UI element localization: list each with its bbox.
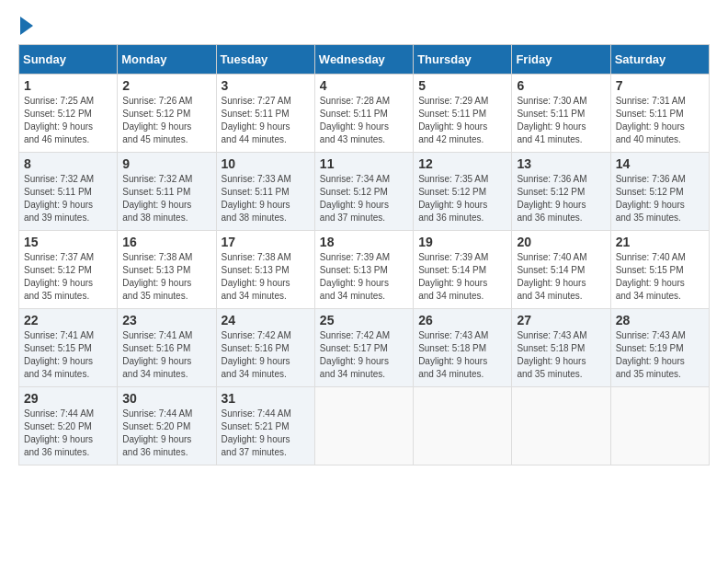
calendar-cell: 24Sunrise: 7:42 AM Sunset: 5:16 PM Dayli… [216,309,314,387]
day-info: Sunrise: 7:42 AM Sunset: 5:17 PM Dayligh… [320,329,408,381]
day-number: 3 [222,78,310,93]
calendar-week-row: 29Sunrise: 7:44 AM Sunset: 5:20 PM Dayli… [19,387,710,465]
calendar-cell: 31Sunrise: 7:44 AM Sunset: 5:21 PM Dayli… [216,387,314,465]
calendar-cell [414,387,512,465]
day-info: Sunrise: 7:43 AM Sunset: 5:19 PM Dayligh… [616,329,704,381]
day-number: 14 [616,156,704,171]
calendar-cell: 9Sunrise: 7:32 AM Sunset: 5:11 PM Daylig… [118,153,216,231]
day-number: 15 [24,235,112,249]
calendar-cell: 15Sunrise: 7:37 AM Sunset: 5:12 PM Dayli… [19,231,118,309]
day-info: Sunrise: 7:44 AM Sunset: 5:21 PM Dayligh… [222,408,310,459]
day-info: Sunrise: 7:29 AM Sunset: 5:11 PM Dayligh… [418,95,506,146]
day-header-sunday: Sunday [19,45,118,75]
day-number: 23 [122,313,210,327]
day-number: 26 [418,313,506,327]
day-info: Sunrise: 7:39 AM Sunset: 5:13 PM Dayligh… [320,251,408,303]
day-number: 17 [222,235,310,249]
calendar-cell: 28Sunrise: 7:43 AM Sunset: 5:19 PM Dayli… [610,309,709,387]
calendar-cell: 20Sunrise: 7:40 AM Sunset: 5:14 PM Dayli… [512,231,610,309]
day-info: Sunrise: 7:36 AM Sunset: 5:12 PM Dayligh… [616,173,704,224]
day-number: 1 [24,78,112,93]
calendar-cell: 10Sunrise: 7:33 AM Sunset: 5:11 PM Dayli… [216,153,314,231]
day-info: Sunrise: 7:44 AM Sunset: 5:20 PM Dayligh… [122,408,210,459]
calendar-cell: 26Sunrise: 7:43 AM Sunset: 5:18 PM Dayli… [414,309,512,387]
day-number: 13 [517,156,605,171]
day-info: Sunrise: 7:42 AM Sunset: 5:16 PM Dayligh… [222,329,310,381]
calendar-cell: 23Sunrise: 7:41 AM Sunset: 5:16 PM Dayli… [118,309,216,387]
day-number: 24 [222,313,310,327]
calendar-cell: 11Sunrise: 7:34 AM Sunset: 5:12 PM Dayli… [314,153,413,231]
day-number: 12 [418,156,506,171]
calendar-cell: 13Sunrise: 7:36 AM Sunset: 5:12 PM Dayli… [512,153,610,231]
day-info: Sunrise: 7:41 AM Sunset: 5:16 PM Dayligh… [122,329,210,381]
calendar-cell: 5Sunrise: 7:29 AM Sunset: 5:11 PM Daylig… [414,75,512,153]
calendar-cell: 3Sunrise: 7:27 AM Sunset: 5:11 PM Daylig… [216,75,314,153]
calendar-week-row: 1Sunrise: 7:25 AM Sunset: 5:12 PM Daylig… [19,75,710,153]
day-info: Sunrise: 7:34 AM Sunset: 5:12 PM Dayligh… [320,173,408,224]
day-info: Sunrise: 7:37 AM Sunset: 5:12 PM Dayligh… [24,251,112,303]
calendar-cell: 8Sunrise: 7:32 AM Sunset: 5:11 PM Daylig… [19,153,118,231]
day-info: Sunrise: 7:31 AM Sunset: 5:11 PM Dayligh… [616,95,704,146]
day-info: Sunrise: 7:32 AM Sunset: 5:11 PM Dayligh… [122,173,210,224]
day-info: Sunrise: 7:38 AM Sunset: 5:13 PM Dayligh… [122,251,210,303]
calendar-cell: 12Sunrise: 7:35 AM Sunset: 5:12 PM Dayli… [414,153,512,231]
day-info: Sunrise: 7:28 AM Sunset: 5:11 PM Dayligh… [320,95,408,146]
calendar-cell: 19Sunrise: 7:39 AM Sunset: 5:14 PM Dayli… [414,231,512,309]
day-number: 25 [320,313,408,327]
calendar-cell [512,387,610,465]
day-number: 16 [122,235,210,249]
day-number: 5 [418,78,506,93]
day-header-monday: Monday [118,45,216,75]
calendar-cell [314,387,413,465]
calendar-table: SundayMondayTuesdayWednesdayThursdayFrid… [18,44,710,465]
calendar-cell: 30Sunrise: 7:44 AM Sunset: 5:20 PM Dayli… [118,387,216,465]
logo [18,18,33,35]
day-number: 11 [320,156,408,171]
calendar-week-row: 15Sunrise: 7:37 AM Sunset: 5:12 PM Dayli… [19,231,710,309]
day-info: Sunrise: 7:39 AM Sunset: 5:14 PM Dayligh… [418,251,506,303]
day-number: 18 [320,235,408,249]
day-number: 30 [122,391,210,406]
calendar-cell: 4Sunrise: 7:28 AM Sunset: 5:11 PM Daylig… [314,75,413,153]
day-number: 22 [24,313,112,327]
day-info: Sunrise: 7:40 AM Sunset: 5:15 PM Dayligh… [616,251,704,303]
day-info: Sunrise: 7:33 AM Sunset: 5:11 PM Dayligh… [222,173,310,224]
calendar-cell: 7Sunrise: 7:31 AM Sunset: 5:11 PM Daylig… [610,75,709,153]
day-number: 6 [517,78,605,93]
day-number: 2 [122,78,210,93]
calendar-cell: 17Sunrise: 7:38 AM Sunset: 5:13 PM Dayli… [216,231,314,309]
day-info: Sunrise: 7:36 AM Sunset: 5:12 PM Dayligh… [517,173,605,224]
day-info: Sunrise: 7:35 AM Sunset: 5:12 PM Dayligh… [418,173,506,224]
day-info: Sunrise: 7:44 AM Sunset: 5:20 PM Dayligh… [24,408,112,459]
calendar-week-row: 8Sunrise: 7:32 AM Sunset: 5:11 PM Daylig… [19,153,710,231]
calendar-cell: 16Sunrise: 7:38 AM Sunset: 5:13 PM Dayli… [118,231,216,309]
calendar-week-row: 22Sunrise: 7:41 AM Sunset: 5:15 PM Dayli… [19,309,710,387]
calendar-cell: 14Sunrise: 7:36 AM Sunset: 5:12 PM Dayli… [610,153,709,231]
day-number: 9 [122,156,210,171]
day-number: 21 [616,235,704,249]
day-header-tuesday: Tuesday [216,45,314,75]
day-number: 31 [222,391,310,406]
day-number: 28 [616,313,704,327]
day-header-thursday: Thursday [414,45,512,75]
calendar-header-row: SundayMondayTuesdayWednesdayThursdayFrid… [19,45,710,75]
page-header [18,18,710,35]
day-number: 27 [517,313,605,327]
day-info: Sunrise: 7:40 AM Sunset: 5:14 PM Dayligh… [517,251,605,303]
day-info: Sunrise: 7:26 AM Sunset: 5:12 PM Dayligh… [122,95,210,146]
day-info: Sunrise: 7:43 AM Sunset: 5:18 PM Dayligh… [517,329,605,381]
calendar-cell: 18Sunrise: 7:39 AM Sunset: 5:13 PM Dayli… [314,231,413,309]
day-number: 8 [24,156,112,171]
day-number: 29 [24,391,112,406]
day-number: 10 [222,156,310,171]
day-info: Sunrise: 7:41 AM Sunset: 5:15 PM Dayligh… [24,329,112,381]
calendar-cell: 1Sunrise: 7:25 AM Sunset: 5:12 PM Daylig… [19,75,118,153]
calendar-cell: 2Sunrise: 7:26 AM Sunset: 5:12 PM Daylig… [118,75,216,153]
day-info: Sunrise: 7:32 AM Sunset: 5:11 PM Dayligh… [24,173,112,224]
calendar-cell: 25Sunrise: 7:42 AM Sunset: 5:17 PM Dayli… [314,309,413,387]
day-header-saturday: Saturday [610,45,709,75]
logo-arrow-icon [20,17,33,35]
day-info: Sunrise: 7:30 AM Sunset: 5:11 PM Dayligh… [517,95,605,146]
calendar-cell: 6Sunrise: 7:30 AM Sunset: 5:11 PM Daylig… [512,75,610,153]
day-number: 7 [616,78,704,93]
